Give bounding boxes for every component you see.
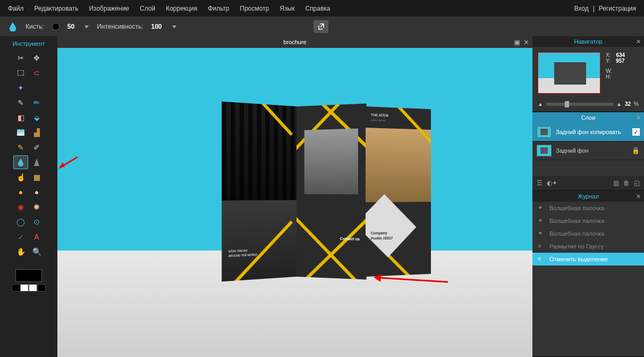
swatch-black2[interactable]	[37, 284, 46, 292]
layer-style-icon[interactable]: ◐✦	[547, 179, 557, 187]
zoom-slider[interactable]	[546, 103, 613, 106]
smudge-icon: ☝	[16, 173, 26, 181]
draw-tool[interactable]: ✐	[29, 140, 44, 154]
layers-title: Слои	[581, 114, 596, 121]
history-panel: Журнал ✕ ✦ Волшебная палочка ✦ Волшебная…	[532, 191, 644, 356]
right-panels: Навигатор ✕ X:634 Y:957 W: H: ▲	[532, 36, 644, 357]
pencil-tool[interactable]: ✎	[13, 96, 28, 110]
move-icon: ✥	[33, 54, 40, 62]
brochure-mockup: STAY FROM AROUND THE WORLD Contact us	[222, 106, 435, 277]
crop-tool[interactable]: ✂	[13, 51, 28, 65]
layer-delete-icon[interactable]: 🗑	[623, 179, 630, 187]
bloat-tool[interactable]: ◯	[13, 215, 28, 229]
empty-tool	[29, 81, 44, 95]
picker-tool[interactable]: ⟋	[13, 230, 28, 244]
sharpen-icon	[33, 158, 40, 167]
swatch-white2[interactable]	[29, 284, 37, 292]
menu-layer[interactable]: Слой	[140, 5, 155, 12]
picker-icon: ⟋	[17, 233, 24, 240]
redeye-icon: ◉	[18, 203, 24, 211]
stamp-tool[interactable]: ▟	[29, 126, 44, 139]
hand-icon: ✋	[16, 248, 26, 255]
zoom-out-icon[interactable]: ▲	[538, 101, 543, 107]
brush-dropdown-icon[interactable]	[84, 26, 89, 28]
eraser-tool[interactable]: ◧	[13, 111, 28, 124]
menu-adjustment[interactable]: Коррекция	[166, 5, 197, 12]
menu-help[interactable]: Справка	[305, 5, 330, 12]
dodge-icon: ●	[19, 188, 23, 196]
layer-mask-icon[interactable]: ▥	[613, 179, 619, 187]
share-button[interactable]	[313, 20, 328, 33]
history-item[interactable]: ✦ Волшебная палочка	[532, 227, 644, 240]
history-label: Отменить выделение	[549, 256, 608, 262]
intensity-value[interactable]: 100	[151, 23, 162, 30]
history-item[interactable]: ≡ Отменить выделение	[532, 253, 644, 265]
pinch-icon: ⊙	[33, 218, 40, 226]
login-link[interactable]: Вход	[574, 5, 589, 12]
canvas-header: brochure ▣ ✕	[57, 36, 532, 48]
menu-view[interactable]: Просмотр	[240, 5, 269, 12]
stamp-icon: ▟	[34, 129, 40, 136]
navigator-close-icon[interactable]: ✕	[636, 38, 641, 45]
close-button[interactable]: ✕	[523, 38, 529, 46]
brush-tool[interactable]: ✏	[29, 96, 44, 110]
history-label: Волшебная палочка	[549, 230, 604, 237]
layer-visibility-checkbox[interactable]: ✓	[632, 128, 640, 136]
brush-label: Кисть:	[26, 23, 44, 30]
nav-x-label: X:	[606, 52, 611, 58]
history-close-icon[interactable]: ✕	[636, 193, 641, 200]
menu-image[interactable]: Изображение	[89, 5, 129, 12]
menu-language[interactable]: Язык	[279, 5, 294, 12]
blur-icon	[18, 158, 24, 167]
crop-icon: ✂	[18, 54, 24, 62]
minimize-button[interactable]: ▣	[514, 38, 520, 46]
foreground-color[interactable]	[15, 269, 42, 282]
bucket-tool[interactable]: ⬙	[29, 111, 44, 124]
history-item[interactable]: ✦ Волшебная палочка	[532, 202, 644, 214]
move-tool[interactable]: ✥	[29, 51, 44, 65]
colorreplace-tool[interactable]: ✎	[13, 140, 28, 154]
deselect-icon: ≡	[538, 255, 545, 263]
marquee-icon	[18, 70, 24, 76]
menu-filter[interactable]: Фильтр	[208, 5, 229, 12]
brush-size-value[interactable]: 50	[67, 23, 74, 30]
blur-tool[interactable]	[13, 155, 28, 169]
brush-preview-icon[interactable]	[52, 23, 60, 30]
layers-close-icon[interactable]: ✕	[636, 114, 641, 121]
lasso-tool[interactable]: ⊂	[29, 66, 44, 80]
canvas-viewport[interactable]: STAY FROM AROUND THE WORLD Contact us	[57, 48, 532, 357]
history-item[interactable]: ≡ Размытие по Гауссу	[532, 240, 644, 253]
burn-tool[interactable]: ●	[29, 185, 44, 199]
layer-row[interactable]: Задний фон 🔒	[532, 142, 644, 160]
gradient-tool[interactable]	[13, 126, 28, 139]
text-icon: A	[34, 233, 39, 240]
zoom-icon: 🔍	[32, 248, 41, 255]
menu-edit[interactable]: Редактировать	[35, 5, 79, 12]
lasso-icon: ⊂	[33, 69, 40, 77]
spot-tool[interactable]: ✺	[29, 200, 44, 214]
layer-new-icon[interactable]: ◱	[634, 179, 640, 187]
swatch-white[interactable]	[20, 284, 29, 292]
sharpen-tool[interactable]	[29, 155, 44, 169]
register-link[interactable]: Регистрация	[599, 5, 636, 12]
sponge-tool[interactable]: ▦	[29, 170, 44, 184]
intensity-dropdown-icon[interactable]	[172, 26, 176, 28]
navigator-thumbnail[interactable]	[538, 52, 600, 94]
zoom-tool[interactable]: 🔍	[29, 245, 44, 259]
menu-file[interactable]: Файл	[8, 5, 24, 12]
history-item[interactable]: ✦ Волшебная палочка	[532, 214, 644, 227]
layer-row[interactable]: Задний фон копировать ✓	[532, 123, 644, 142]
marquee-tool[interactable]	[13, 66, 28, 80]
zoom-in-icon[interactable]: ▲	[616, 101, 622, 107]
redeye-tool[interactable]: ◉	[13, 200, 28, 214]
layer-settings-icon[interactable]: ☰	[537, 179, 543, 187]
pinch-tool[interactable]: ⊙	[29, 215, 44, 229]
annotation-arrow-1	[57, 152, 79, 173]
text-tool[interactable]: A	[29, 230, 44, 244]
swatch-black[interactable]	[12, 284, 20, 292]
brochure-header2: Lorem ipsum	[371, 118, 386, 122]
smudge-tool[interactable]: ☝	[13, 170, 28, 184]
hand-tool[interactable]: ✋	[13, 245, 28, 259]
dodge-tool[interactable]: ●	[13, 185, 28, 199]
wand-tool[interactable]: ✦	[13, 81, 28, 95]
